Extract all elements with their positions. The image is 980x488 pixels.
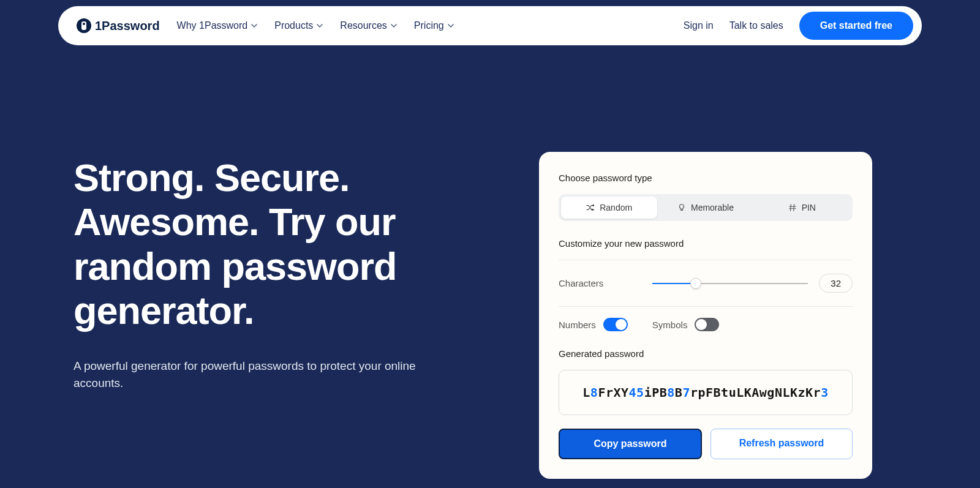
customize-label: Customize your new password	[559, 238, 853, 249]
toggles-row: Numbers Symbols	[559, 307, 853, 348]
lightbulb-icon	[677, 203, 686, 212]
characters-control: 32	[652, 274, 853, 293]
password-type-tabs: Random Memorable PIN	[559, 194, 853, 221]
numbers-toggle[interactable]	[603, 318, 628, 331]
nav-item-resources[interactable]: Resources	[340, 20, 396, 31]
symbols-toggle[interactable]	[695, 318, 719, 331]
hero-section: Strong. Secure. Awesome. Try our random …	[0, 45, 980, 479]
characters-label: Characters	[559, 278, 603, 288]
chevron-down-icon	[251, 23, 257, 29]
toggle-knob	[616, 319, 627, 330]
chevron-down-icon	[448, 23, 454, 29]
generated-label: Generated password	[559, 348, 853, 359]
tab-random[interactable]: Random	[561, 197, 657, 219]
slider-fill	[652, 283, 696, 284]
action-buttons: Copy password Refresh password	[559, 429, 853, 459]
nav-item-pricing[interactable]: Pricing	[414, 20, 454, 31]
type-label: Choose password type	[559, 173, 853, 183]
talk-to-sales-link[interactable]: Talk to sales	[729, 20, 783, 31]
numbers-toggle-group: Numbers	[559, 318, 628, 331]
top-navbar: 1Password Why 1Password Products Resourc…	[58, 6, 922, 45]
chevron-down-icon	[391, 23, 397, 29]
nav-item-why[interactable]: Why 1Password	[177, 20, 258, 31]
characters-value[interactable]: 32	[819, 274, 853, 293]
chevron-down-icon	[317, 23, 323, 29]
nav-links: Why 1Password Products Resources Pricing	[177, 20, 454, 31]
shuffle-icon	[586, 203, 595, 212]
logo-icon	[77, 18, 91, 33]
slider-thumb[interactable]	[690, 278, 701, 289]
symbols-label: Symbols	[652, 320, 688, 330]
generator-card: Choose password type Random Memorable PI…	[539, 152, 872, 479]
hero-title: Strong. Secure. Awesome. Try our random …	[74, 156, 502, 333]
hero-text: Strong. Secure. Awesome. Try our random …	[74, 156, 502, 392]
tab-pin[interactable]: PIN	[754, 197, 850, 219]
characters-row: Characters 32	[559, 260, 853, 306]
brand-logo[interactable]: 1Password	[77, 18, 160, 33]
tab-memorable[interactable]: Memorable	[657, 197, 753, 219]
nav-item-products[interactable]: Products	[274, 20, 323, 31]
toggle-knob	[696, 319, 707, 330]
nav-right: Sign in Talk to sales Get started free	[684, 12, 913, 40]
generated-password[interactable]: L8FrXY45iPB8B7rpFBtuLKAwgNLKzKr3	[559, 370, 853, 415]
copy-button[interactable]: Copy password	[559, 429, 702, 459]
refresh-button[interactable]: Refresh password	[710, 429, 853, 459]
signin-link[interactable]: Sign in	[684, 20, 714, 31]
hero-subtitle: A powerful generator for powerful passwo…	[74, 358, 466, 392]
get-started-button[interactable]: Get started free	[799, 12, 913, 40]
characters-slider[interactable]	[652, 283, 808, 284]
symbols-toggle-group: Symbols	[652, 318, 720, 331]
brand-name: 1Password	[95, 19, 160, 33]
hash-icon	[788, 203, 797, 212]
numbers-label: Numbers	[559, 320, 596, 330]
